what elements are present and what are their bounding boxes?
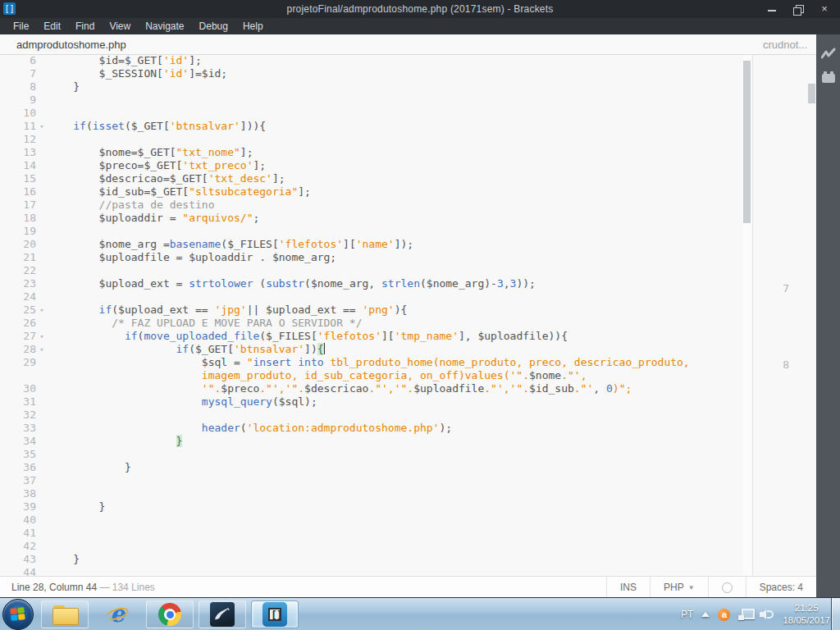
code-row[interactable]: 11▾if(isset($_GET['btnsalvar'])){	[0, 120, 742, 133]
close-button[interactable]: ×	[819, 3, 830, 15]
editor-area[interactable]: 6$id=$_GET['id'];7$_SESSION['id']=$id;8}…	[0, 55, 840, 576]
code-row[interactable]: 13$nome=$_GET["txt_nome"];	[0, 146, 742, 159]
code-row[interactable]: 31mysql_query($sql);	[0, 395, 742, 409]
taskbar-button-chrome[interactable]	[146, 600, 194, 628]
code-row[interactable]: imagem_produto, id_sub_categoria, on_off…	[0, 369, 742, 382]
taskbar-button-explorer[interactable]	[41, 600, 89, 628]
tab-secondary-file[interactable]: crudnot...	[754, 39, 816, 51]
code-row[interactable]: 7$_SESSION['id']=$id;	[0, 67, 742, 80]
line-number: 27	[0, 330, 36, 343]
code-row[interactable]: 12	[0, 133, 742, 146]
taskbar: e PT a 21:25 18/05/2017	[0, 597, 840, 630]
fold-arrow-icon[interactable]: ▾	[36, 304, 48, 317]
code-row[interactable]: 34}	[0, 435, 742, 448]
fold-gutter	[36, 369, 48, 382]
fold-arrow-icon[interactable]: ▾	[36, 330, 48, 343]
fold-gutter	[36, 251, 48, 264]
code-row[interactable]: 44	[0, 566, 742, 576]
editor-scrollbar[interactable]	[742, 55, 751, 576]
code-row[interactable]: 39}	[0, 500, 742, 514]
code-row[interactable]: 38	[0, 487, 742, 500]
language-selector[interactable]: PHP▼	[650, 577, 708, 598]
code-row[interactable]: 6$id=$_GET['id'];	[0, 55, 742, 67]
live-preview-icon[interactable]	[821, 48, 836, 61]
fold-gutter	[36, 133, 48, 146]
code-row[interactable]: 23$upload_ext = strtolower (substr($nome…	[0, 277, 742, 290]
fold-gutter	[36, 238, 48, 251]
code-row[interactable]: 21$uploadfile = $uploaddir . $nome_arg;	[0, 251, 742, 264]
code-row[interactable]: 19	[0, 225, 742, 238]
volume-icon[interactable]	[760, 609, 774, 620]
secondary-scrollbar-thumb[interactable]	[808, 84, 815, 103]
taskbar-button-brackets[interactable]	[251, 600, 299, 628]
code-row[interactable]: 8}	[0, 80, 742, 94]
secondary-pane[interactable]: 7 8	[752, 55, 816, 576]
fold-arrow-icon[interactable]: ▾	[36, 120, 48, 133]
fold-gutter	[36, 159, 48, 172]
code-row[interactable]: 29$sql = "insert into tbl_produto_home(n…	[0, 356, 742, 369]
code-row[interactable]: 10	[0, 107, 742, 120]
code-row[interactable]: 24	[0, 290, 742, 304]
fold-gutter	[36, 382, 48, 395]
line-number: 34	[0, 435, 36, 448]
code-row[interactable]: 26/* FAZ UPLOAD E MOVE PARA O SERVIDOR *…	[0, 317, 742, 330]
taskbar-button-internet-explorer[interactable]: e	[94, 600, 141, 628]
fold-gutter	[36, 94, 48, 107]
indent-setting[interactable]: Spaces: 4	[746, 577, 816, 598]
code-row[interactable]: 32	[0, 409, 742, 422]
tab-active-file[interactable]: admprodutoshome.php	[16, 39, 126, 51]
code-row[interactable]: 14$preco=$_GET['txt_preco'];	[0, 159, 742, 172]
taskbar-clock[interactable]: 21:25 18/05/2017	[783, 602, 830, 627]
code-row[interactable]: 25▾if($upload_ext == 'jpg'|| $upload_ext…	[0, 304, 742, 317]
fold-gutter	[36, 356, 48, 369]
code-row[interactable]: 28▾if($_GET['btnsalvar']){	[0, 343, 742, 356]
menu-edit[interactable]: Edit	[36, 19, 68, 34]
code-row[interactable]: 16$id_sub=$_GET["sltsubcategoria"];	[0, 185, 742, 199]
code-row[interactable]: 33header('location:admprodutoshome.php')…	[0, 422, 742, 435]
taskbar-button-mysql-workbench[interactable]	[199, 600, 246, 628]
menu-file[interactable]: File	[6, 19, 36, 34]
start-button[interactable]	[2, 599, 34, 630]
code-row[interactable]: 15$descricao=$_GET['txt_desc'];	[0, 172, 742, 185]
side-toolbar	[816, 34, 840, 597]
line-number: 15	[0, 172, 36, 185]
fold-gutter	[36, 277, 48, 290]
menu-navigate[interactable]: Navigate	[138, 19, 191, 34]
lint-status[interactable]	[708, 577, 746, 598]
network-icon[interactable]	[738, 609, 751, 620]
code-row[interactable]: 27▾if(move_uploaded_file($_FILES['flefot…	[0, 330, 742, 343]
fold-arrow-icon[interactable]: ▾	[36, 343, 48, 356]
code-row[interactable]: 35	[0, 448, 742, 461]
fold-gutter	[36, 67, 48, 80]
line-number: 28	[0, 343, 36, 356]
hidden-icons-arrow-icon[interactable]	[701, 612, 710, 617]
code-row[interactable]: 42	[0, 540, 742, 553]
fold-gutter	[36, 540, 48, 553]
show-desktop-button[interactable]	[831, 598, 840, 630]
code-row[interactable]: 41	[0, 527, 742, 540]
overwrite-toggle[interactable]: INS	[606, 577, 650, 598]
code-row[interactable]: 30'".$preco."','".$descricao."','".$uplo…	[0, 382, 742, 395]
avast-icon[interactable]: a	[718, 609, 730, 621]
restore-button[interactable]	[792, 3, 804, 15]
code-row[interactable]: 18$uploaddir = "arquivos/";	[0, 212, 742, 225]
code-row[interactable]: 17//pasta de destino	[0, 199, 742, 212]
code-row[interactable]: 9	[0, 94, 742, 107]
code-row[interactable]: 37	[0, 474, 742, 487]
editor-scrollbar-thumb[interactable]	[743, 61, 751, 223]
menu-help[interactable]: Help	[235, 19, 271, 34]
minimize-button[interactable]	[766, 3, 778, 15]
line-number: 35	[0, 448, 36, 461]
menu-find[interactable]: Find	[68, 19, 102, 34]
menu-view[interactable]: View	[102, 19, 138, 34]
fold-gutter	[36, 395, 48, 409]
code-row[interactable]: 22	[0, 264, 742, 277]
code-row[interactable]: 40	[0, 514, 742, 527]
code-row[interactable]: 43}	[0, 553, 742, 566]
lint-circle-icon	[722, 582, 733, 593]
code-row[interactable]: 20$nome_arg =basename($_FILES['flefotos'…	[0, 238, 742, 251]
menu-debug[interactable]: Debug	[192, 19, 235, 34]
code-row[interactable]: 36}	[0, 461, 742, 474]
language-indicator[interactable]: PT	[681, 609, 693, 620]
extension-manager-icon[interactable]	[822, 74, 835, 83]
